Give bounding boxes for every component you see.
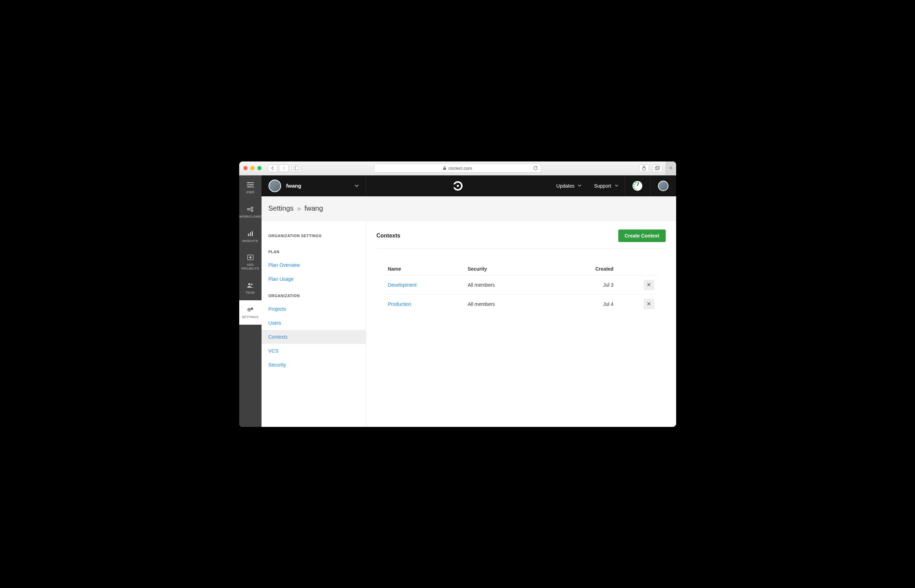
rail-label: PROJECTS bbox=[241, 267, 259, 270]
rail-add-projects[interactable]: ADD PROJECTS bbox=[239, 249, 261, 276]
settings-sidebar: ORGANIZATION SETTINGS PLAN Plan Overview… bbox=[261, 221, 366, 427]
col-header-name: Name bbox=[388, 266, 468, 272]
nav-button-group bbox=[268, 164, 289, 172]
breadcrumb: Settings » fwang bbox=[261, 196, 676, 221]
topbar-right: Updates Support bbox=[550, 175, 676, 196]
table-row: Development All members Jul 3 ✕ bbox=[384, 276, 658, 295]
sidebar-link-contexts[interactable]: Contexts bbox=[261, 330, 366, 344]
support-label: Support bbox=[594, 183, 611, 189]
delete-context-button[interactable]: ✕ bbox=[644, 280, 654, 290]
breadcrumb-current: fwang bbox=[304, 204, 323, 212]
chevron-down-icon bbox=[578, 184, 581, 187]
col-header-security: Security bbox=[468, 266, 569, 272]
circleci-logo-icon[interactable] bbox=[453, 181, 463, 191]
refresh-button[interactable] bbox=[533, 166, 538, 171]
back-button[interactable] bbox=[268, 164, 278, 172]
rail-team[interactable]: TEAM bbox=[239, 276, 261, 300]
rail-label: ADD bbox=[247, 263, 254, 267]
delete-context-button[interactable]: ✕ bbox=[644, 299, 654, 309]
org-name: fwang bbox=[286, 183, 349, 189]
create-context-button[interactable]: Create Context bbox=[618, 229, 666, 242]
window-close-button[interactable] bbox=[244, 166, 248, 170]
show-sidebar-button[interactable] bbox=[292, 164, 301, 172]
context-security: All members bbox=[468, 301, 569, 307]
workflows-icon bbox=[247, 206, 254, 213]
context-created: Jul 3 bbox=[569, 282, 627, 288]
rail-label: WORKFLOWS bbox=[239, 215, 261, 218]
insights-icon bbox=[247, 230, 254, 237]
settings-icon bbox=[247, 306, 254, 313]
new-tab-button[interactable]: + bbox=[666, 162, 676, 175]
window-zoom-button[interactable] bbox=[257, 166, 261, 170]
updates-menu[interactable]: Updates bbox=[550, 175, 587, 196]
topbar: fwang Updates Support bbox=[261, 175, 676, 196]
updates-label: Updates bbox=[556, 183, 574, 189]
status-gauge-button[interactable] bbox=[625, 175, 650, 196]
breadcrumb-root[interactable]: Settings bbox=[268, 204, 294, 212]
sidebar-link-plan-usage[interactable]: Plan Usage bbox=[261, 272, 366, 286]
contexts-table: Name Security Created Development All me… bbox=[384, 263, 658, 313]
forward-button[interactable] bbox=[279, 164, 289, 172]
window-minimize-button[interactable] bbox=[250, 166, 255, 170]
context-link[interactable]: Development bbox=[388, 282, 417, 288]
svg-point-14 bbox=[251, 207, 253, 208]
svg-rect-2 bbox=[443, 168, 446, 170]
rail-jobs[interactable]: JOBS bbox=[239, 175, 261, 200]
svg-rect-6 bbox=[656, 166, 659, 169]
svg-rect-19 bbox=[250, 232, 251, 236]
close-icon: ✕ bbox=[647, 281, 651, 288]
svg-rect-18 bbox=[248, 234, 249, 236]
rail-label: INSIGHTS bbox=[242, 239, 258, 243]
sidebar-link-security[interactable]: Security bbox=[261, 358, 366, 372]
sidebar-link-users[interactable]: Users bbox=[261, 316, 366, 330]
rail-settings[interactable]: SETTINGS bbox=[239, 300, 261, 325]
svg-rect-0 bbox=[294, 166, 299, 170]
org-selector[interactable]: fwang bbox=[261, 175, 366, 196]
svg-point-11 bbox=[250, 184, 252, 186]
context-link[interactable]: Production bbox=[388, 301, 411, 307]
rail-insights[interactable]: INSIGHTS bbox=[239, 224, 261, 249]
rail-label: TEAM bbox=[245, 291, 255, 294]
sidebar-link-projects[interactable]: Projects bbox=[261, 302, 366, 316]
main-column: fwang Updates Support bbox=[261, 175, 676, 427]
svg-point-31 bbox=[457, 184, 459, 187]
rail-label: JOBS bbox=[246, 191, 255, 194]
chevron-down-icon bbox=[355, 184, 359, 187]
tabs-button[interactable] bbox=[652, 164, 662, 172]
sidebar-section-org-settings: ORGANIZATION SETTINGS bbox=[261, 229, 366, 242]
app: JOBS WORKFLOWS INSIGHTS ADD bbox=[239, 175, 676, 427]
breadcrumb-separator: » bbox=[297, 204, 301, 212]
svg-line-17 bbox=[249, 210, 252, 211]
svg-point-24 bbox=[248, 283, 250, 285]
rail-workflows[interactable]: WORKFLOWS bbox=[239, 200, 261, 224]
url-host: circleci.com bbox=[449, 166, 472, 171]
svg-point-13 bbox=[247, 208, 249, 210]
address-bar[interactable]: circleci.com bbox=[374, 163, 541, 173]
share-button[interactable] bbox=[639, 164, 649, 172]
left-nav-rail: JOBS WORKFLOWS INSIGHTS ADD bbox=[239, 175, 261, 427]
sidebar-link-plan-overview[interactable]: Plan Overview bbox=[261, 258, 366, 272]
add-projects-icon bbox=[247, 254, 254, 261]
page-title: Contexts bbox=[377, 233, 400, 239]
svg-rect-5 bbox=[655, 167, 658, 170]
svg-point-27 bbox=[249, 309, 250, 310]
context-security: All members bbox=[468, 282, 569, 288]
jobs-icon bbox=[247, 181, 254, 188]
sidebar-section-organization: ORGANIZATION bbox=[261, 289, 366, 302]
sidebar-link-vcs[interactable]: VCS bbox=[261, 344, 366, 358]
browser-window: circleci.com + JOBS bbox=[239, 162, 676, 427]
svg-point-25 bbox=[251, 284, 252, 285]
lock-icon bbox=[443, 166, 446, 170]
table-row: Production All members Jul 4 ✕ bbox=[384, 295, 658, 313]
user-menu[interactable] bbox=[650, 175, 676, 196]
user-avatar bbox=[658, 181, 668, 191]
sidebar-section-plan: PLAN bbox=[261, 246, 366, 258]
page-header: Contexts Create Context bbox=[377, 229, 666, 249]
table-head: Name Security Created bbox=[384, 263, 658, 276]
traffic-lights bbox=[244, 166, 261, 170]
support-menu[interactable]: Support bbox=[587, 175, 624, 196]
col-header-created: Created bbox=[569, 266, 627, 272]
svg-rect-20 bbox=[252, 231, 253, 236]
rail-label: SETTINGS bbox=[242, 315, 258, 319]
browser-chrome: circleci.com + bbox=[239, 162, 676, 175]
